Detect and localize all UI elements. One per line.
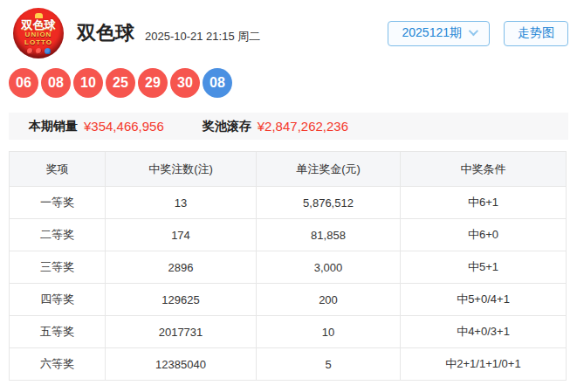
table-row: 二等奖 174 81,858 中6+0 [10,219,567,251]
logo-text-union: UNION [25,31,52,38]
blue-ball: 08 [203,68,232,98]
col-header-prize-level: 奖项 [10,152,106,187]
draw-datetime: 2025-10-21 21:15 周二 [145,29,260,45]
prize-amount-cell: 5 [257,348,401,381]
period-dropdown-value: 2025121期 [402,25,462,41]
prize-level-cell: 二等奖 [10,219,106,251]
table-row: 五等奖 2017731 10 中4+0/3+1 [10,316,567,348]
winner-count-cell: 2017731 [106,316,257,348]
prize-level-cell: 六等奖 [10,348,106,381]
logo-blue-ball-icon [45,48,51,54]
page-title: 双色球 [77,20,134,46]
union-lotto-logo: 双色球 UNION LOTTO [13,8,64,58]
header: 双色球 UNION LOTTO 双色球 2025-10-21 21:15 周二 … [0,0,577,59]
logo-balls-decoration [27,48,51,54]
logo-red-ball-icon [27,48,33,54]
red-ball-3: 10 [73,68,103,98]
prize-amount-cell: 3,000 [257,251,401,284]
table-row: 一等奖 13 5,876,512 中6+1 [10,187,567,219]
table-row: 三等奖 2896 3,000 中5+1 [10,251,567,284]
logo-text-lotto: LOTTO [24,39,52,46]
table-header-row: 奖项 中奖注数(注) 单注奖金(元) 中奖条件 [10,152,567,187]
winner-count-cell: 129625 [106,284,257,316]
prize-level-cell: 四等奖 [10,284,106,316]
pool-label: 奖池滚存 [203,119,251,134]
winner-count-cell: 13 [106,187,257,219]
header-actions: 2025121期 走势图 [388,21,568,46]
prize-level-cell: 三等奖 [10,251,106,284]
period-dropdown[interactable]: 2025121期 [388,21,490,46]
win-condition-cell: 中4+0/3+1 [401,316,567,348]
table-row: 六等奖 12385040 5 中2+1/1+1/0+1 [10,348,567,381]
red-ball-5: 29 [138,68,168,98]
prize-amount-cell: 81,858 [257,219,401,251]
lottery-result-panel: 双色球 UNION LOTTO 双色球 2025-10-21 21:15 周二 … [0,0,577,392]
prize-level-cell: 一等奖 [10,187,106,219]
trend-chart-button[interactable]: 走势图 [504,21,568,46]
col-header-win-condition: 中奖条件 [401,152,567,187]
pool-value: ¥2,847,262,236 [258,119,348,134]
logo-red-ball-icon [36,48,42,54]
prize-amount-cell: 200 [257,284,401,316]
sales-summary-bar: 本期销量 ¥354,466,956 奖池滚存 ¥2,847,262,236 [9,113,568,140]
col-header-winner-count: 中奖注数(注) [106,152,257,187]
red-ball-4: 25 [106,68,135,98]
win-condition-cell: 中5+0/4+1 [401,284,567,316]
prize-level-cell: 五等奖 [10,316,106,348]
winner-count-cell: 174 [106,219,257,251]
chevron-down-icon [469,25,478,35]
red-ball-1: 06 [9,68,38,98]
crown-icon [35,13,43,18]
prize-table: 奖项 中奖注数(注) 单注奖金(元) 中奖条件 一等奖 13 5,876,512… [9,151,567,381]
winner-count-cell: 2896 [106,251,257,284]
win-condition-cell: 中5+1 [401,251,567,284]
col-header-prize-amount: 单注奖金(元) [257,152,401,187]
win-condition-cell: 中6+0 [401,219,567,251]
sales-label: 本期销量 [29,119,78,134]
winner-count-cell: 12385040 [106,348,257,381]
table-row: 四等奖 129625 200 中5+0/4+1 [10,284,567,316]
logo-text-cn: 双色球 [22,19,56,31]
prize-amount-cell: 10 [257,316,401,348]
win-condition-cell: 中6+1 [401,187,567,219]
prize-amount-cell: 5,876,512 [257,187,401,219]
win-condition-cell: 中2+1/1+1/0+1 [401,348,567,381]
red-ball-2: 08 [41,68,71,98]
sales-value: ¥354,466,956 [84,119,164,134]
red-ball-6: 30 [170,68,200,98]
winning-numbers: 06 08 10 25 29 30 08 [0,59,577,98]
